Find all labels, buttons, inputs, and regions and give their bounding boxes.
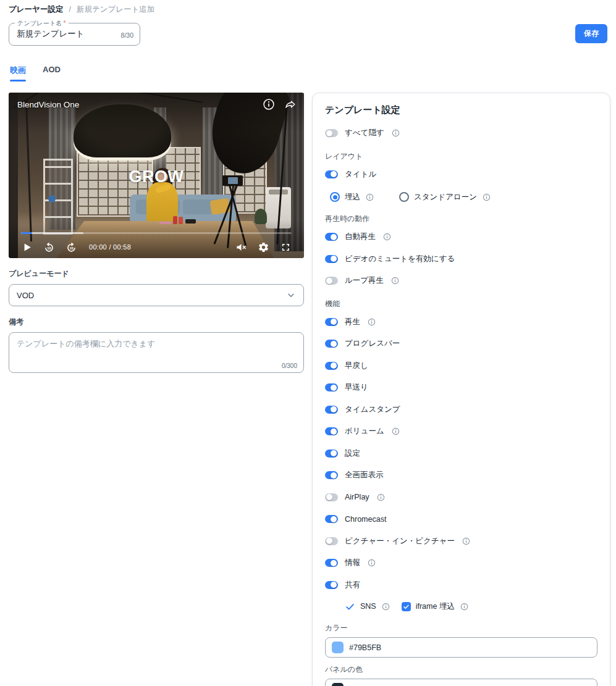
toggle-label-progress-bar: プログレスバー (345, 338, 400, 349)
progress-bar[interactable] (21, 232, 292, 234)
toggle-label-pip: ピクチャー・イン・ピクチャー (345, 536, 455, 546)
checkbox-iframe-embed[interactable] (402, 602, 411, 611)
color-swatch[interactable] (332, 683, 344, 686)
toggle-label-info: 情報 (345, 558, 360, 568)
info-icon[interactable] (368, 318, 376, 326)
toggle-pip[interactable] (325, 537, 338, 545)
info-icon[interactable] (483, 193, 491, 201)
replay-10-icon[interactable]: 10 (43, 241, 55, 253)
info-icon[interactable] (382, 603, 390, 611)
toggle-knob (331, 362, 337, 369)
toggle-knob (331, 256, 337, 262)
playback-time: 00:00 / 00:58 (89, 243, 131, 251)
toggle-hide-all[interactable] (325, 129, 338, 137)
toggle-knob (331, 516, 337, 522)
player-template-page: プレーヤー設定 / 新規テンプレート追加 テンプレート名* 8/30 保存 映画… (0, 0, 616, 686)
toggle-forward[interactable] (325, 383, 338, 391)
info-icon[interactable] (460, 603, 468, 611)
breadcrumb-new-template: 新規テンプレート追加 (77, 4, 154, 15)
toggle-row-share: 共有 (325, 574, 597, 596)
toggle-rewind[interactable] (325, 362, 338, 370)
toggle-knob (331, 171, 337, 177)
scene-decoration (269, 190, 289, 195)
checkbox-option: SNS (345, 601, 390, 612)
color-input[interactable]: #79B5FB (325, 637, 597, 658)
info-icon[interactable] (462, 537, 470, 545)
preview-mode-value: VOD (17, 291, 34, 300)
toggle-row-rewind: 早戻し (325, 355, 597, 377)
template-name-label-text: テンプレート名 (17, 20, 62, 27)
player-top-bar: BlendVision One (17, 98, 297, 111)
template-name-field: テンプレート名* 8/30 (9, 23, 140, 46)
video-player[interactable]: GROW BlendVision One (9, 93, 304, 258)
checkbox-row-share-options: SNSiframe 埋込 (345, 596, 597, 616)
toggle-row-title: タイトル (325, 164, 597, 186)
toggle-settings[interactable] (325, 450, 338, 458)
tab-movie[interactable]: 映画 (10, 65, 26, 82)
toggle-share[interactable] (325, 581, 338, 589)
toggle-volume[interactable] (325, 427, 338, 435)
header-row: テンプレート名* 8/30 保存 (9, 20, 607, 52)
toggle-info[interactable] (325, 559, 338, 567)
section-label-playback-behavior: 再生時の動作 (325, 212, 597, 225)
toggle-progress-bar[interactable] (325, 340, 338, 348)
main-content: GROW BlendVision One (9, 93, 607, 686)
play-icon[interactable] (21, 241, 33, 253)
color-field-panel-color: パネルの色#212B36 (325, 663, 597, 686)
toggle-label-loop: ループ再生 (345, 275, 384, 286)
color-swatch[interactable] (332, 642, 344, 653)
template-name-input[interactable] (17, 29, 103, 38)
toggle-row-airplay: AirPlay (325, 487, 597, 509)
info-icon[interactable] (263, 98, 275, 111)
info-icon[interactable] (391, 277, 399, 285)
panel-color-input[interactable]: #212B36 (325, 679, 597, 686)
info-icon[interactable] (377, 493, 385, 501)
mute-icon[interactable] (235, 241, 247, 253)
notes-label: 備考 (9, 317, 304, 327)
settings-gear-icon[interactable] (258, 241, 269, 253)
toggle-autoplay[interactable] (325, 233, 338, 241)
info-icon[interactable] (383, 233, 391, 241)
toggle-label-timestamp: タイムスタンプ (345, 404, 400, 415)
tabs: 映画 AOD (9, 65, 607, 82)
forward-10-icon[interactable]: 10 (65, 241, 77, 253)
info-icon[interactable] (368, 559, 376, 567)
radio-layout-mode-1[interactable] (399, 192, 409, 202)
preview-mode-select[interactable]: VOD (9, 284, 304, 306)
fullscreen-icon[interactable] (280, 241, 292, 253)
toggle-label-chromecast: Chromecast (345, 515, 386, 524)
info-icon[interactable] (392, 129, 400, 137)
toggle-row-info: 情報 (325, 552, 597, 574)
info-icon[interactable] (366, 193, 374, 201)
required-asterisk: * (64, 20, 66, 27)
toggle-timestamp[interactable] (325, 406, 338, 414)
radio-option: スタンドアローン (399, 192, 491, 203)
panel-title: テンプレート設定 (325, 104, 597, 116)
save-button[interactable]: 保存 (575, 24, 607, 43)
info-icon[interactable] (392, 427, 400, 435)
toggle-play[interactable] (325, 318, 338, 326)
toggle-row-forward: 早送り (325, 377, 597, 399)
breadcrumb-player-settings[interactable]: プレーヤー設定 (9, 4, 63, 15)
template-name-label: テンプレート名* (15, 19, 69, 28)
toggle-row-loop: ループ再生 (325, 270, 597, 292)
toggle-mute-video[interactable] (325, 255, 338, 263)
radio-layout-mode-0[interactable] (330, 192, 340, 202)
toggle-label-play: 再生 (345, 317, 360, 327)
tab-aod[interactable]: AOD (43, 65, 61, 82)
checkbox-sns[interactable] (345, 601, 355, 612)
toggle-title[interactable] (325, 170, 338, 178)
toggle-chromecast[interactable] (325, 515, 338, 523)
toggle-fullscreen[interactable] (325, 471, 338, 479)
share-icon[interactable] (284, 98, 297, 111)
toggle-knob (331, 234, 337, 240)
svg-text:10: 10 (47, 246, 51, 249)
toggle-loop[interactable] (325, 277, 338, 285)
toggle-knob (331, 429, 337, 435)
template-name-counter: 8/30 (121, 31, 133, 39)
toggle-airplay[interactable] (325, 493, 338, 501)
notes-textarea[interactable] (17, 338, 296, 362)
toggle-knob (331, 582, 337, 588)
toggle-knob (331, 560, 337, 566)
preview-mode-label: プレビューモード (9, 269, 304, 279)
